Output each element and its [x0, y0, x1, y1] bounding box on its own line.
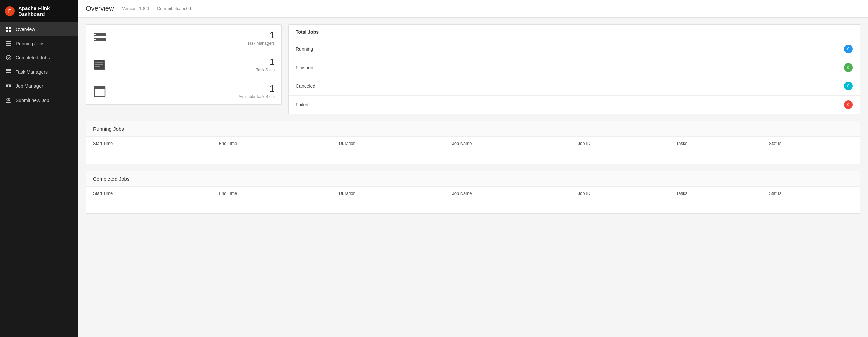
- flink-logo-icon: F: [5, 6, 15, 16]
- sidebar-item-submit-job[interactable]: Submit new Job: [0, 93, 78, 107]
- sidebar-item-completed-jobs[interactable]: Completed Jobs: [0, 51, 78, 65]
- running-jobs-title: Running Jobs: [86, 121, 860, 137]
- svg-rect-31: [95, 64, 103, 65]
- sidebar-item-running-jobs[interactable]: Running Jobs: [0, 36, 78, 51]
- svg-text:F: F: [8, 8, 11, 14]
- svg-rect-14: [6, 84, 11, 85]
- svg-rect-7: [6, 43, 11, 44]
- sidebar-item-label: Running Jobs: [16, 41, 45, 46]
- page-title: Overview: [86, 5, 114, 12]
- svg-point-9: [6, 55, 11, 60]
- stats-row: 1 Task Managers: [86, 24, 860, 114]
- status-row-failed: Failed 0: [289, 96, 860, 114]
- running-jobs-empty-row: [86, 150, 860, 164]
- task-slots-icon: [93, 58, 106, 71]
- svg-rect-32: [95, 66, 100, 67]
- servers-icon: [6, 69, 12, 75]
- sidebar: F Apache Flink Dashboard Overview Runnin…: [0, 0, 78, 337]
- top-bar: Overview Version: 1.8.0 Commit: 4caec0d: [78, 0, 868, 18]
- svg-rect-3: [9, 27, 11, 29]
- sidebar-item-label: Job Manager: [16, 83, 43, 89]
- completed-jobs-empty-row: [86, 200, 860, 213]
- svg-point-12: [10, 70, 11, 71]
- col-status: Status: [762, 137, 860, 150]
- sidebar-item-label: Overview: [16, 27, 35, 32]
- col-job-id: Job ID: [571, 187, 669, 200]
- svg-rect-6: [6, 41, 11, 42]
- svg-rect-20: [9, 88, 11, 88]
- col-tasks: Tasks: [669, 137, 762, 150]
- running-label: Running: [296, 46, 844, 52]
- check-circle-icon: [6, 55, 12, 60]
- task-slots-value: 1 Task Slots: [256, 57, 275, 72]
- status-row-canceled: Canceled 0: [289, 77, 860, 96]
- sidebar-item-label: Submit new Job: [16, 98, 49, 103]
- failed-label: Failed: [296, 102, 844, 107]
- task-slots-metric: 1 Task Slots: [86, 51, 281, 78]
- available-slots-value: 1 Available Task Slots: [239, 83, 275, 99]
- task-managers-metric: 1 Task Managers: [86, 25, 281, 51]
- svg-rect-34: [94, 86, 105, 89]
- svg-rect-4: [6, 30, 8, 32]
- svg-point-13: [10, 72, 11, 73]
- col-end-time: End Time: [212, 137, 332, 150]
- finished-label: Finished: [296, 65, 844, 70]
- svg-rect-19: [6, 88, 8, 88]
- svg-rect-27: [94, 39, 96, 40]
- col-status: Status: [762, 187, 860, 200]
- col-duration: Duration: [332, 137, 445, 150]
- sidebar-item-task-managers[interactable]: Task Managers: [0, 65, 78, 79]
- app-title: Apache Flink Dashboard: [18, 5, 73, 17]
- list-icon: [6, 41, 12, 46]
- status-row-finished: Finished 0: [289, 58, 860, 77]
- upload-icon: [6, 98, 12, 103]
- sidebar-nav: Overview Running Jobs Completed Jobs: [0, 22, 78, 107]
- svg-rect-17: [6, 86, 8, 87]
- svg-rect-16: [9, 85, 11, 86]
- task-managers-icon: [93, 31, 106, 45]
- content-area: 1 Task Managers: [78, 18, 868, 221]
- svg-rect-26: [94, 34, 96, 35]
- completed-jobs-table: Start Time End Time Duration Job Name Jo…: [86, 187, 860, 214]
- job-status-header: Total Jobs: [289, 25, 860, 40]
- sidebar-header: F Apache Flink Dashboard: [0, 0, 78, 22]
- canceled-badge: 0: [844, 82, 853, 90]
- svg-rect-2: [6, 27, 8, 29]
- sidebar-item-job-manager[interactable]: Job Manager: [0, 79, 78, 93]
- col-job-name: Job Name: [445, 187, 571, 200]
- col-start-time: Start Time: [86, 137, 212, 150]
- svg-rect-30: [95, 62, 103, 63]
- sidebar-item-overview[interactable]: Overview: [0, 22, 78, 36]
- available-slots-icon: [93, 84, 106, 98]
- table-icon: [6, 84, 12, 88]
- completed-jobs-title: Completed Jobs: [86, 171, 860, 187]
- task-managers-value: 1 Task Managers: [247, 30, 275, 46]
- finished-badge: 0: [844, 63, 853, 72]
- completed-jobs-section: Completed Jobs Start Time End Time Durat…: [86, 171, 860, 214]
- metrics-card: 1 Task Managers: [86, 24, 282, 105]
- svg-rect-15: [6, 85, 8, 86]
- available-slots-metric: 1 Available Task Slots: [86, 78, 281, 104]
- col-tasks: Tasks: [669, 187, 762, 200]
- running-badge: 0: [844, 45, 853, 53]
- col-job-name: Job Name: [445, 137, 571, 150]
- commit-label: Commit: 4caec0d: [157, 6, 191, 11]
- sidebar-item-label: Task Managers: [16, 69, 48, 75]
- svg-rect-18: [9, 86, 11, 87]
- version-label: Version: 1.8.0: [122, 6, 149, 11]
- col-end-time: End Time: [212, 187, 332, 200]
- col-job-id: Job ID: [571, 137, 669, 150]
- svg-rect-5: [9, 30, 11, 32]
- grid-icon: [6, 27, 12, 32]
- svg-rect-8: [6, 45, 11, 46]
- sidebar-item-label: Completed Jobs: [16, 55, 50, 60]
- job-status-card: Total Jobs Running 0 Finished 0 Canceled…: [288, 24, 860, 114]
- col-start-time: Start Time: [86, 187, 212, 200]
- canceled-label: Canceled: [296, 83, 844, 89]
- running-jobs-table: Start Time End Time Duration Job Name Jo…: [86, 137, 860, 164]
- main-content: Overview Version: 1.8.0 Commit: 4caec0d: [78, 0, 868, 337]
- col-duration: Duration: [332, 187, 445, 200]
- running-jobs-section: Running Jobs Start Time End Time Duratio…: [86, 121, 860, 164]
- failed-badge: 0: [844, 100, 853, 109]
- status-row-running: Running 0: [289, 40, 860, 58]
